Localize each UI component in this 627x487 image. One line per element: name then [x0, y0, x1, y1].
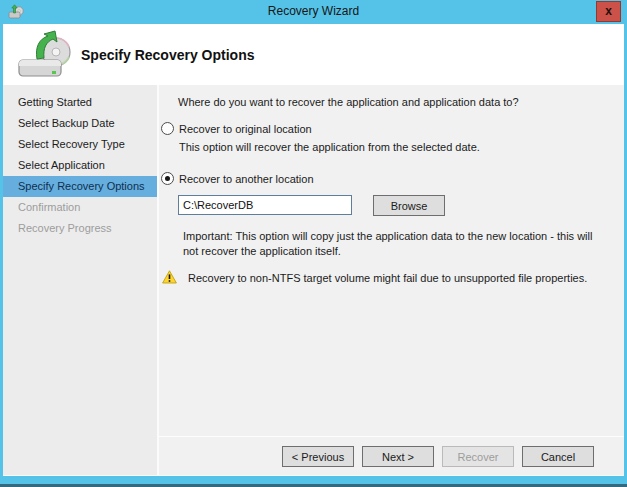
step-recovery-progress: Recovery Progress [3, 218, 157, 239]
browse-button[interactable]: Browse [373, 195, 445, 216]
recovery-path-input[interactable] [178, 195, 352, 215]
recover-button[interactable]: Recover [442, 446, 514, 467]
page-title: Specify Recovery Options [81, 24, 255, 85]
previous-button[interactable]: < Previous [282, 446, 354, 467]
warning-text: Recovery to non-NTFS target volume might… [188, 272, 587, 284]
next-button[interactable]: Next > [362, 446, 434, 467]
cancel-button[interactable]: Cancel [522, 446, 594, 467]
radio-another-label: Recover to another location [179, 173, 314, 185]
wizard-header: Specify Recovery Options [3, 24, 624, 85]
title-bar[interactable]: Recovery Wizard x [0, 0, 627, 24]
recover-another-option[interactable]: Recover to another location [161, 172, 624, 185]
step-confirmation: Confirmation [3, 197, 157, 218]
options-panel: Where do you want to recover the applica… [159, 85, 624, 475]
wizard-body: Getting Started Select Backup Date Selec… [3, 85, 624, 476]
step-select-backup-date[interactable]: Select Backup Date [3, 113, 157, 134]
recover-original-option[interactable]: Recover to original location [161, 122, 624, 135]
important-note: Important: This option will copy just th… [183, 229, 603, 259]
step-select-recovery-type[interactable]: Select Recovery Type [3, 134, 157, 155]
footer-separator [159, 436, 624, 437]
radio-another-location[interactable] [161, 172, 174, 185]
step-getting-started[interactable]: Getting Started [3, 92, 157, 113]
ntfs-warning: Recovery to non-NTFS target volume might… [162, 269, 624, 284]
radio-original-label: Recover to original location [179, 123, 312, 135]
window-title: Recovery Wizard [0, 0, 627, 24]
close-button[interactable]: x [596, 1, 621, 22]
step-specify-recovery-options[interactable]: Specify Recovery Options [3, 176, 157, 197]
recovery-wizard-window: Recovery Wizard x Specify Recovery Optio… [0, 0, 627, 487]
step-select-application[interactable]: Select Application [3, 155, 157, 176]
wizard-buttons: < Previous Next > Recover Cancel [282, 446, 594, 467]
target-location-row: Browse [178, 195, 624, 216]
recovery-drive-icon [15, 27, 77, 83]
original-option-description: This option will recover the application… [179, 141, 624, 153]
wizard-steps-sidebar: Getting Started Select Backup Date Selec… [3, 85, 157, 475]
radio-original-location[interactable] [161, 122, 174, 135]
warning-triangle-icon [162, 270, 177, 284]
question-label: Where do you want to recover the applica… [178, 96, 624, 108]
